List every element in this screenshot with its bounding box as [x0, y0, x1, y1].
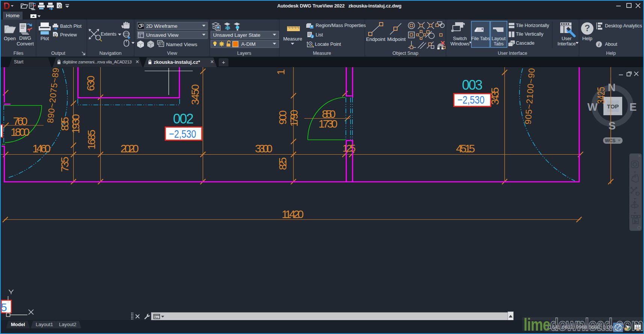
svg-text:?: ? [585, 23, 590, 33]
svg-text:4515: 4515 [456, 142, 475, 155]
svg-text:125: 125 [343, 143, 356, 154]
svg-text:Tabs: Tabs [494, 41, 503, 47]
svg-text:N: N [608, 81, 616, 93]
svg-text:Layers: Layers [237, 51, 251, 56]
svg-text:Batch Plot: Batch Plot [60, 24, 82, 29]
svg-text:Measure: Measure [283, 36, 302, 42]
svg-text:Navigation: Navigation [99, 51, 121, 56]
svg-text:Locate Point: Locate Point [315, 42, 341, 47]
svg-text:Switch: Switch [453, 36, 467, 41]
svg-text:Unsaved Layer State: Unsaved Layer State [213, 32, 260, 38]
svg-text:11420: 11420 [282, 208, 304, 220]
svg-text:Endpoint: Endpoint [366, 36, 385, 42]
svg-text:003: 003 [462, 77, 483, 93]
svg-text:Windows: Windows [450, 41, 470, 47]
svg-text:D: D [3, 1, 10, 11]
svg-text:2020: 2020 [121, 142, 139, 155]
svg-text:−2,530: −2,530 [169, 128, 196, 140]
svg-text:1790: 1790 [288, 110, 300, 127]
svg-text:File Tabs: File Tabs [471, 36, 490, 41]
svg-text:Layout: Layout [491, 36, 506, 41]
svg-text:Desktop Analytics: Desktop Analytics [605, 23, 642, 29]
svg-text:Interface: Interface [558, 41, 576, 47]
svg-text:TOP: TOP [607, 103, 619, 110]
svg-text:835: 835 [59, 117, 71, 131]
svg-text:Midpoint: Midpoint [387, 36, 406, 42]
svg-text:Output: Output [51, 51, 65, 56]
svg-text:825: 825 [277, 157, 289, 170]
svg-text:1460: 1460 [32, 142, 51, 155]
svg-text:890~2075~89: 890~2075~89 [45, 67, 60, 123]
svg-text:Files: Files [14, 51, 23, 56]
svg-text:Help: Help [582, 36, 593, 41]
svg-text:Extents: Extents [101, 32, 116, 37]
svg-text:Measure: Measure [313, 51, 331, 56]
svg-text:2D Wireframe: 2D Wireframe [146, 23, 177, 29]
svg-text:Unsaved View: Unsaved View [146, 32, 178, 38]
svg-text:E: E [629, 101, 636, 113]
svg-text:1730: 1730 [319, 117, 338, 130]
svg-text:002: 002 [173, 111, 194, 126]
svg-text:630: 630 [85, 76, 97, 91]
svg-text:View: View [167, 51, 178, 56]
svg-text:5: 5 [1, 301, 7, 313]
svg-text:S: S [608, 120, 615, 132]
svg-text:1685: 1685 [86, 130, 97, 150]
svg-text:1930: 1930 [70, 114, 82, 134]
svg-text:Named Views: Named Views [166, 42, 197, 47]
svg-text:DWG: DWG [19, 35, 31, 41]
svg-text:900: 900 [277, 110, 289, 125]
svg-text:WCS: WCS [605, 138, 615, 143]
svg-text:Object Snap: Object Snap [393, 51, 419, 56]
svg-text:Open: Open [4, 36, 16, 41]
svg-text:3450: 3450 [189, 84, 201, 105]
svg-text:Plot: Plot [41, 36, 49, 41]
svg-text:User Interface: User Interface [498, 51, 528, 56]
svg-text:Help: Help [606, 51, 616, 56]
svg-text:User: User [562, 36, 571, 41]
svg-text:735: 735 [59, 157, 71, 172]
svg-text:List: List [316, 32, 323, 38]
svg-text:3425: 3425 [595, 87, 607, 104]
svg-text:A-DIM: A-DIM [241, 41, 255, 47]
svg-text:Convert: Convert [17, 41, 34, 47]
svg-text:1: 1 [275, 69, 287, 75]
svg-text:Region/Mass Properties: Region/Mass Properties [316, 23, 366, 28]
svg-text:Cascade: Cascade [516, 41, 534, 46]
svg-text:Tile Horizontally: Tile Horizontally [516, 23, 549, 28]
svg-text:3300: 3300 [255, 142, 273, 155]
svg-text:905~2100~90: 905~2100~90 [523, 68, 537, 125]
svg-text:About: About [605, 42, 617, 47]
svg-text:Preview: Preview [60, 32, 77, 38]
svg-text:Tile Vertically: Tile Vertically [516, 32, 544, 37]
svg-text:−2,530: −2,530 [458, 94, 485, 106]
svg-text:1800: 1800 [11, 126, 30, 138]
